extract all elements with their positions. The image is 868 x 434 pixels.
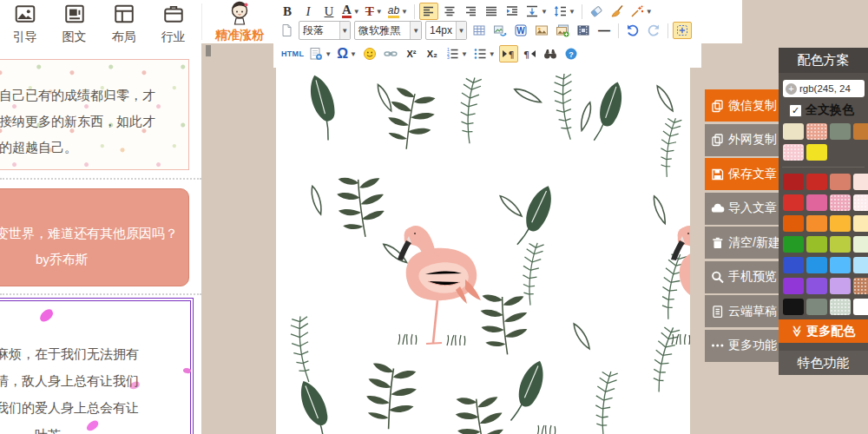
add-color-icon[interactable]: + xyxy=(786,83,797,95)
html-source-button[interactable]: HTML xyxy=(279,45,306,62)
indent-button[interactable] xyxy=(503,3,522,20)
color-swatch[interactable] xyxy=(783,257,804,273)
font-size-select[interactable]: 14px▼ xyxy=(425,21,467,40)
help-button[interactable]: ? xyxy=(562,45,581,62)
change-all-row[interactable]: ✓ 全文换色 xyxy=(789,102,868,118)
color-swatch[interactable] xyxy=(806,278,827,294)
color-swatch[interactable] xyxy=(783,144,804,161)
feature-functions-bar[interactable]: 特色功能 xyxy=(779,351,868,375)
subscript-button[interactable]: X₂ xyxy=(423,45,442,62)
quote-card-salmon[interactable]: 变世界，难道还有其他原因吗？by乔布斯 xyxy=(0,188,189,286)
quote-card-flowers[interactable]: 自己已有的成绩都归零，才接纳更多的新东西，如此才的超越自己。 xyxy=(0,59,189,170)
mobile-preview-button[interactable]: 手机预览 xyxy=(705,261,779,293)
quote-card-purple[interactable]: 麻烦，在于我们无法拥有情，敌人身上总有让我们我们的爱人身上总会有让。——叶芝 xyxy=(0,298,194,434)
find-replace-button[interactable] xyxy=(541,45,560,62)
italic-button[interactable]: I xyxy=(299,3,318,20)
insert-video-button[interactable] xyxy=(574,22,593,39)
align-center-button[interactable] xyxy=(440,3,459,20)
color-swatch[interactable] xyxy=(853,236,868,253)
hyperlink-button[interactable] xyxy=(381,45,400,62)
word-import-button[interactable]: W xyxy=(511,22,530,39)
nav-item-industry[interactable]: 行业 xyxy=(148,0,198,43)
color-swatch[interactable] xyxy=(806,194,827,211)
paragraph-spacing-button[interactable]: ▼ xyxy=(523,3,549,20)
color-swatch[interactable] xyxy=(853,299,868,315)
nav-item-image-text[interactable]: 图文 xyxy=(49,0,99,43)
align-right-button[interactable] xyxy=(461,3,480,20)
color-swatch[interactable] xyxy=(806,257,827,273)
color-swatch[interactable] xyxy=(830,123,851,140)
unordered-list-button[interactable]: ▼ xyxy=(471,45,497,62)
color-swatch[interactable] xyxy=(783,278,804,294)
wechat-copy-button[interactable]: 微信复制 xyxy=(705,89,779,122)
color-swatch[interactable] xyxy=(806,299,827,315)
image-gallery-button[interactable] xyxy=(553,22,572,39)
color-swatch[interactable] xyxy=(806,123,827,140)
color-swatch[interactable] xyxy=(783,194,804,211)
highlight-pen-button[interactable]: ab▼ xyxy=(386,3,410,20)
underline-button[interactable]: U xyxy=(319,3,339,20)
nav-item-guide[interactable]: 引导 xyxy=(0,0,49,43)
more-functions-button[interactable]: 更多功能 xyxy=(705,330,779,362)
color-swatch[interactable] xyxy=(783,123,804,140)
color-swatch[interactable] xyxy=(830,257,851,273)
extranet-copy-button[interactable]: 外网复制 xyxy=(705,124,779,156)
color-swatch[interactable] xyxy=(783,236,804,253)
page-template-button[interactable]: ▼ xyxy=(307,45,333,62)
insert-image-button[interactable] xyxy=(532,22,551,39)
color-swatch[interactable] xyxy=(853,174,868,190)
more-colors-button[interactable]: ≫ 更多配色 xyxy=(779,319,868,343)
new-page-button[interactable] xyxy=(277,22,296,39)
color-swatch[interactable] xyxy=(783,174,804,190)
color-swatch[interactable] xyxy=(853,215,868,232)
nav-item-layout[interactable]: 布局 xyxy=(99,0,148,43)
insert-section-button[interactable] xyxy=(673,22,692,39)
color-swatch[interactable] xyxy=(830,278,851,294)
magic-wand-button[interactable]: ▼ xyxy=(628,3,654,20)
redo-button[interactable] xyxy=(644,22,663,39)
bold-button[interactable]: B xyxy=(278,3,297,20)
line-height-button[interactable]: ▼ xyxy=(551,3,577,20)
cloud-draft-button[interactable]: 云端草稿 xyxy=(705,295,779,327)
horizontal-rule-button[interactable]: — xyxy=(595,22,614,39)
format-eraser-button[interactable] xyxy=(587,3,606,20)
special-char-button[interactable]: Ω▼ xyxy=(335,45,358,62)
color-swatch[interactable] xyxy=(830,215,851,232)
text-ltr-button[interactable]: ¶ xyxy=(499,45,518,62)
superscript-button[interactable]: X² xyxy=(402,45,421,62)
color-swatch[interactable] xyxy=(853,278,868,294)
text-rtl-button[interactable]: ¶ xyxy=(520,45,539,62)
change-all-checkbox[interactable]: ✓ xyxy=(789,104,802,117)
color-swatch[interactable] xyxy=(830,236,851,253)
color-swatch[interactable] xyxy=(830,299,851,315)
color-swatch[interactable] xyxy=(830,194,851,211)
color-swatch[interactable] xyxy=(806,215,827,232)
strikethrough-button[interactable]: T▼ xyxy=(364,3,385,20)
align-justify-button[interactable] xyxy=(482,3,501,20)
paragraph-select[interactable]: 段落▼ xyxy=(299,21,351,40)
emoticon-button[interactable] xyxy=(360,45,379,62)
color-swatch[interactable] xyxy=(853,194,868,211)
align-left-button[interactable] xyxy=(419,3,438,20)
color-swatch[interactable] xyxy=(806,236,827,253)
color-swatch[interactable] xyxy=(783,215,804,232)
ordered-list-button[interactable]: 123▼ xyxy=(444,45,470,62)
color-swatch[interactable] xyxy=(853,123,868,140)
color-swatch[interactable] xyxy=(830,174,851,190)
color-swatch[interactable] xyxy=(853,257,868,273)
insert-table-button[interactable] xyxy=(470,22,489,39)
font-color-button[interactable]: A▼ xyxy=(340,3,362,20)
save-article-button[interactable]: 保存文章 xyxy=(705,158,779,190)
undo-button[interactable] xyxy=(623,22,642,39)
clear-new-button[interactable]: 清空/新建 xyxy=(705,227,779,259)
editor-canvas[interactable] xyxy=(276,68,690,434)
sidebar-scrollbar-thumb[interactable] xyxy=(206,45,211,56)
color-swatch[interactable] xyxy=(806,144,827,161)
import-article-button[interactable]: 导入文章 xyxy=(705,193,779,225)
fan-growth-button[interactable]: 精准涨粉 xyxy=(207,0,273,43)
remote-image-button[interactable] xyxy=(490,22,510,39)
color-value-input[interactable]: + rgb(245, 24 xyxy=(783,80,865,97)
color-swatch[interactable] xyxy=(806,174,827,190)
format-brush-button[interactable] xyxy=(608,3,627,20)
color-swatch[interactable] xyxy=(783,299,804,315)
